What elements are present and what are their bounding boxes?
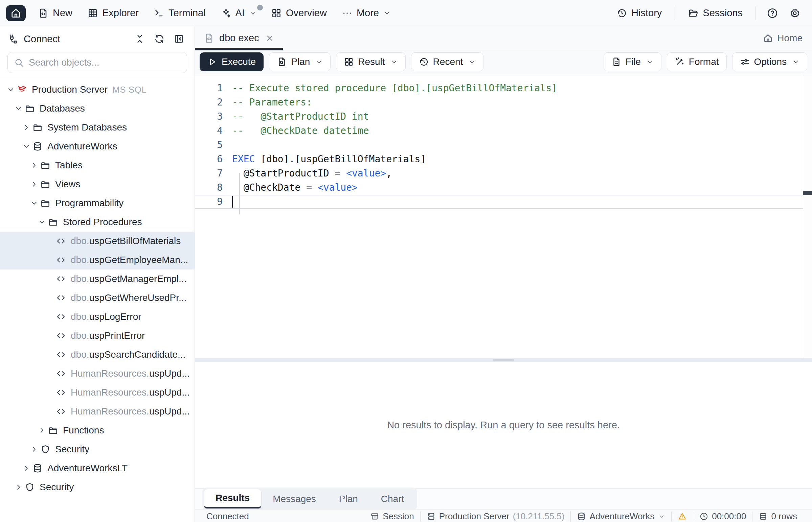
tree-item-dbo-uspprinterror[interactable]: dbo.uspPrintError [0,326,195,345]
editor-line-7[interactable]: 7 @StartProductID = <value>, [195,166,803,181]
editor-scrollbar[interactable] [803,74,812,358]
tree-item-label: dbo.uspSearchCandidate... [71,349,186,360]
status-item-session[interactable]: Session [364,511,420,522]
topbar-item-more[interactable]: More [334,0,398,26]
chevron-right-icon[interactable] [28,178,40,190]
editor-line-3[interactable]: 3-- @StartProductID int [195,109,803,124]
tree-item-production-server[interactable]: Production ServerMS SQL [0,80,195,99]
tree-item-programmability[interactable]: Programmability [0,194,195,213]
panel-splitter[interactable] [195,358,812,362]
status-item-server[interactable]: Production Server(10.211.55.5) [421,511,571,522]
code-icon [56,236,71,246]
tree-item-databases[interactable]: Databases [0,99,195,118]
file-button[interactable]: File [604,53,661,71]
chevron-right-icon[interactable] [20,462,33,474]
status-item-database[interactable]: AdventureWorks [571,511,671,522]
chevron-right-icon[interactable] [20,121,33,134]
splitter-handle[interactable] [492,359,514,361]
tree-item-dbo-usplogerror[interactable]: dbo.uspLogError [0,307,195,326]
tree-item-adventureworks[interactable]: AdventureWorks [0,137,195,156]
tree-item-humanresources-uspupd[interactable]: HumanResources.uspUpd... [0,383,195,402]
home-icon [10,7,22,19]
results-tab-messages[interactable]: Messages [261,490,328,508]
format-button[interactable]: Format [667,53,727,71]
chevron-right-icon[interactable] [36,424,48,437]
plan-button[interactable]: Plan [269,53,331,71]
editor-line-5[interactable]: 5 [195,138,803,152]
chevron-right-icon [22,123,31,132]
results-tab-chart[interactable]: Chart [369,490,415,508]
chevron-right-icon [38,426,46,435]
topbar-item-new[interactable]: New [31,0,80,26]
tree-item-dbo-uspgetwhereusedpr[interactable]: dbo.uspGetWhereUsedPr... [0,288,195,307]
topbar-item-overview[interactable]: Overview [264,0,334,26]
expander-spacer [44,367,56,380]
editor-line-9[interactable]: 9 [195,195,803,209]
tree-item-system-databases[interactable]: System Databases [0,118,195,137]
status-item-warning[interactable] [672,512,693,521]
help-button[interactable] [761,0,784,26]
topbar-item-terminal[interactable]: Terminal [146,0,213,26]
chevron-down-icon[interactable] [13,102,25,115]
expander-spacer [44,254,56,266]
chevron-right-icon[interactable] [28,159,40,172]
tree-item-dbo-uspgetemployeeman[interactable]: dbo.uspGetEmployeeMan... [0,250,195,269]
tree-item-humanresources-uspupd[interactable]: HumanResources.uspUpd... [0,402,195,421]
topbar-item-explorer[interactable]: Explorer [80,0,146,26]
topbar-item-sessions[interactable]: Sessions [680,0,750,26]
main-panel: dbo exec Home ExecutePlanResultRecent Fi… [195,26,812,522]
shield-icon [25,482,35,492]
results-tab-results[interactable]: Results [204,489,261,508]
status-item-timer[interactable]: 00:00:00 [693,511,752,522]
execute-button[interactable]: Execute [200,53,264,71]
editor-line-2[interactable]: 2-- Parameters: [195,95,803,109]
home-icon [763,33,773,43]
close-icon[interactable] [265,34,274,43]
tree-item-humanresources-uspupd[interactable]: HumanResources.uspUpd... [0,364,195,383]
tree-item-views[interactable]: Views [0,175,195,194]
search-input[interactable] [29,57,181,68]
code-icon [56,349,66,360]
chevron-right-icon[interactable] [28,443,40,456]
tree-item-adventureworkslt[interactable]: AdventureWorksLT [0,459,195,478]
tree-item-security[interactable]: Security [0,440,195,459]
status-item-rows[interactable]: 0 rows [752,511,803,522]
status-item-sub: (10.211.55.5) [513,511,565,522]
results-tab-plan[interactable]: Plan [328,490,369,508]
editor-line-8[interactable]: 8 @CheckDate = <value> [195,181,803,195]
chevron-down-icon[interactable] [36,216,48,228]
refresh-button[interactable] [151,31,168,47]
tree-item-stored-procedures[interactable]: Stored Procedures [0,213,195,232]
line-number: 2 [195,97,232,108]
collapse-all-button[interactable] [132,31,148,47]
code-icon [56,255,66,265]
editor-line-1[interactable]: 1-- Execute stored procedure [dbo].[uspG… [195,81,803,95]
editor-tab[interactable]: dbo exec [195,26,283,50]
home-link[interactable]: Home [753,33,812,44]
topbar-item-ai[interactable]: AI [213,0,264,26]
collapse-panel-button[interactable] [171,31,187,47]
execute-button-label: Execute [221,57,256,67]
chevron-down-icon[interactable] [28,197,40,209]
tree-item-dbo-uspgetmanagerempl[interactable]: dbo.uspGetManagerEmpl... [0,269,195,288]
tree-item-tables[interactable]: Tables [0,156,195,175]
settings-button[interactable] [784,0,806,26]
chevron-right-icon[interactable] [13,481,25,493]
topbar-item-history[interactable]: History [609,0,669,26]
editor-line-6[interactable]: 6EXEC [dbo].[uspGetBillOfMaterials] [195,152,803,166]
editor-line-4[interactable]: 4-- @CheckDate datetime [195,124,803,138]
chevron-down-icon[interactable] [20,140,33,153]
options-button[interactable]: Options [732,53,808,71]
recent-button[interactable]: Recent [411,53,484,71]
tree-item-dbo-uspsearchcandidate[interactable]: dbo.uspSearchCandidate... [0,345,195,364]
tree-item-label: Databases [40,103,85,114]
tree-item-functions[interactable]: Functions [0,421,195,440]
result-button[interactable]: Result [336,53,405,71]
home-button[interactable] [6,5,26,21]
chevron-down-icon[interactable] [5,83,17,96]
tree-item-security[interactable]: Security [0,478,195,497]
status-item-label: 00:00:00 [712,511,746,522]
search-box[interactable] [7,52,187,73]
tree-item-dbo-uspgetbillofmaterials[interactable]: dbo.uspGetBillOfMaterials [0,232,195,250]
sql-editor[interactable]: 1-- Execute stored procedure [dbo].[uspG… [195,74,812,358]
